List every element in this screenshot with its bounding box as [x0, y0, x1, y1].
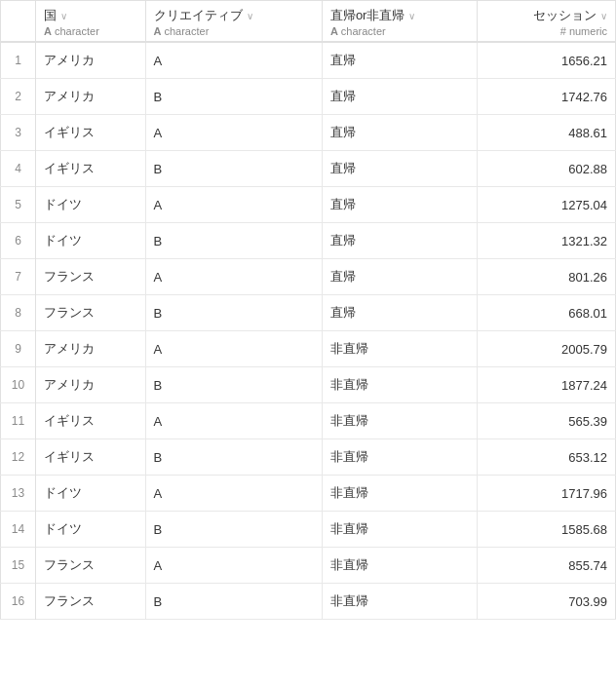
cell-direct: 非直帰 — [322, 476, 477, 512]
table-body: 1アメリカA直帰1656.212アメリカB直帰1742.763イギリスA直帰48… — [1, 42, 616, 620]
cell-country: アメリカ — [36, 79, 146, 115]
cell-session: 1321.32 — [478, 223, 616, 259]
cell-rownum: 7 — [1, 259, 36, 295]
country-sort-icon: ∨ — [60, 11, 67, 21]
col-header-country[interactable]: 国 ∨ A character — [36, 1, 146, 43]
cell-rownum: 16 — [1, 584, 36, 620]
table-row: 9アメリカA非直帰2005.79 — [1, 331, 616, 367]
cell-session: 801.26 — [478, 259, 616, 295]
table-row: 14ドイツB非直帰1585.68 — [1, 512, 616, 548]
cell-rownum: 15 — [1, 548, 36, 584]
cell-session: 2005.79 — [478, 331, 616, 367]
table-row: 1アメリカA直帰1656.21 — [1, 42, 616, 79]
cell-direct: 直帰 — [322, 259, 477, 295]
session-sort-icon: ∨ — [600, 11, 607, 21]
cell-session: 602.88 — [478, 151, 616, 187]
cell-session: 1656.21 — [478, 42, 616, 79]
cell-rownum: 1 — [1, 42, 36, 79]
cell-country: イギリス — [36, 115, 146, 151]
table-row: 4イギリスB直帰602.88 — [1, 151, 616, 187]
cell-creative: A — [145, 548, 322, 584]
cell-direct: 非直帰 — [322, 403, 477, 439]
col-header-direct[interactable]: 直帰or非直帰 ∨ A character — [322, 1, 477, 43]
cell-session: 855.74 — [478, 548, 616, 584]
creative-sort-icon: ∨ — [247, 11, 253, 21]
cell-rownum: 4 — [1, 151, 36, 187]
cell-country: ドイツ — [36, 476, 146, 512]
direct-sort-icon: ∨ — [408, 11, 415, 21]
cell-creative: B — [145, 367, 322, 403]
cell-direct: 直帰 — [322, 187, 477, 223]
table-row: 15フランスA非直帰855.74 — [1, 548, 616, 584]
session-type-icon: # — [560, 25, 566, 37]
cell-country: フランス — [36, 259, 146, 295]
direct-col-label: 直帰or非直帰 — [330, 7, 405, 24]
cell-creative: A — [145, 187, 322, 223]
cell-country: フランス — [36, 548, 146, 584]
cell-country: アメリカ — [36, 367, 146, 403]
cell-session: 1275.04 — [478, 187, 616, 223]
cell-creative: A — [145, 259, 322, 295]
table-row: 5ドイツA直帰1275.04 — [1, 187, 616, 223]
table-row: 13ドイツA非直帰1717.96 — [1, 476, 616, 512]
cell-creative: A — [145, 42, 322, 79]
cell-rownum: 3 — [1, 115, 36, 151]
cell-direct: 非直帰 — [322, 512, 477, 548]
cell-creative: B — [145, 584, 322, 620]
cell-direct: 直帰 — [322, 151, 477, 187]
cell-rownum: 13 — [1, 476, 36, 512]
cell-creative: B — [145, 512, 322, 548]
cell-direct: 直帰 — [322, 295, 477, 331]
cell-country: イギリス — [36, 439, 146, 476]
table-row: 12イギリスB非直帰653.12 — [1, 439, 616, 476]
cell-session: 1585.68 — [478, 512, 616, 548]
col-header-rownum — [1, 1, 36, 43]
cell-creative: B — [145, 439, 322, 476]
cell-country: フランス — [36, 295, 146, 331]
cell-rownum: 5 — [1, 187, 36, 223]
cell-direct: 直帰 — [322, 115, 477, 151]
cell-rownum: 14 — [1, 512, 36, 548]
cell-country: イギリス — [36, 151, 146, 187]
cell-rownum: 10 — [1, 367, 36, 403]
cell-rownum: 12 — [1, 439, 36, 476]
direct-type-icon: A — [330, 25, 338, 37]
cell-rownum: 9 — [1, 331, 36, 367]
cell-country: フランス — [36, 584, 146, 620]
cell-creative: A — [145, 331, 322, 367]
cell-creative: B — [145, 223, 322, 259]
table-header-row: 国 ∨ A character クリエイティブ ∨ A char — [1, 1, 616, 43]
cell-direct: 直帰 — [322, 79, 477, 115]
cell-country: ドイツ — [36, 223, 146, 259]
table-row: 10アメリカB非直帰1877.24 — [1, 367, 616, 403]
session-col-label: セッション — [533, 7, 597, 24]
cell-country: ドイツ — [36, 187, 146, 223]
cell-creative: A — [145, 403, 322, 439]
cell-creative: B — [145, 79, 322, 115]
cell-direct: 非直帰 — [322, 439, 477, 476]
table-row: 8フランスB直帰668.01 — [1, 295, 616, 331]
col-header-creative[interactable]: クリエイティブ ∨ A character — [145, 1, 322, 43]
cell-direct: 直帰 — [322, 42, 477, 79]
country-sub-label: character — [55, 25, 99, 37]
cell-country: イギリス — [36, 403, 146, 439]
cell-session: 1742.76 — [478, 79, 616, 115]
table-container: 国 ∨ A character クリエイティブ ∨ A char — [0, 0, 616, 620]
cell-session: 703.99 — [478, 584, 616, 620]
cell-direct: 非直帰 — [322, 548, 477, 584]
cell-country: アメリカ — [36, 331, 146, 367]
col-header-session[interactable]: セッション ∨ # numeric — [478, 1, 616, 43]
cell-creative: A — [145, 115, 322, 151]
cell-session: 668.01 — [478, 295, 616, 331]
cell-rownum: 2 — [1, 79, 36, 115]
cell-direct: 非直帰 — [322, 584, 477, 620]
cell-session: 1717.96 — [478, 476, 616, 512]
cell-direct: 非直帰 — [322, 331, 477, 367]
cell-direct: 直帰 — [322, 223, 477, 259]
cell-country: ドイツ — [36, 512, 146, 548]
cell-rownum: 6 — [1, 223, 36, 259]
table-row: 7フランスA直帰801.26 — [1, 259, 616, 295]
country-type-icon: A — [44, 25, 52, 37]
table-row: 11イギリスA非直帰565.39 — [1, 403, 616, 439]
table-row: 16フランスB非直帰703.99 — [1, 584, 616, 620]
